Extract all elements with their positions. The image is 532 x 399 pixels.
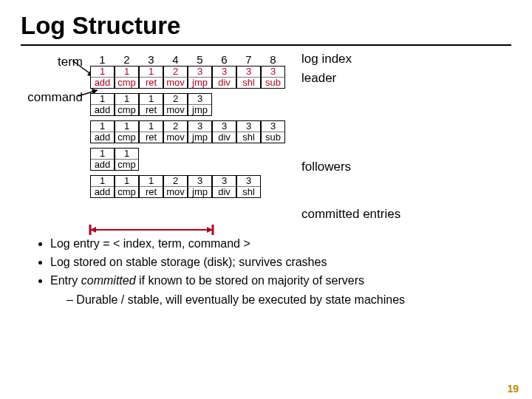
- cell-term: 3: [213, 66, 236, 78]
- cell-term: 1: [140, 176, 163, 187]
- log-cell: 3shl: [236, 175, 261, 198]
- log-cell: 1add: [90, 93, 115, 116]
- cell-term: 1: [140, 121, 163, 132]
- slide-title: Log Structure: [21, 12, 511, 40]
- log-cell: 1cmp: [115, 93, 139, 116]
- cell-term: 1: [91, 66, 114, 78]
- log-cell: 3shl: [236, 120, 261, 143]
- log-cell: 1cmp: [115, 120, 139, 143]
- bullet-2: Log stored on stable storage (disk); sur…: [50, 253, 511, 270]
- cell-term: 3: [213, 176, 236, 187]
- cell-command: mov: [164, 187, 187, 197]
- cell-command: ret: [140, 132, 163, 143]
- log-cell: 3jmp: [188, 93, 212, 116]
- cell-command: add: [91, 78, 114, 88]
- cell-term: 1: [91, 121, 114, 132]
- follower-row: 1add1cmp: [90, 148, 285, 171]
- label-log-index: log index: [301, 52, 400, 66]
- bullet-list: Log entry = < index, term, command > Log…: [21, 235, 511, 308]
- log-cell: 1cmp: [115, 148, 139, 171]
- cell-command: shl: [237, 78, 260, 88]
- cell-command: add: [91, 132, 114, 143]
- cell-command: add: [91, 105, 114, 115]
- log-cell: 2mov: [163, 120, 188, 143]
- log-cell: 1cmp: [115, 66, 139, 89]
- log-cell: 3sub: [261, 66, 285, 89]
- cell-command: ret: [140, 78, 163, 88]
- cell-command: add: [91, 160, 114, 170]
- divider: [21, 44, 511, 46]
- follower-row: 1add1cmp1ret2mov3jmp: [90, 93, 285, 116]
- index-cell: 5: [188, 53, 212, 66]
- index-cell: 7: [236, 53, 261, 66]
- cell-term: 3: [213, 121, 236, 132]
- cell-command: jmp: [188, 105, 211, 115]
- bullet-1: Log entry = < index, term, command >: [50, 235, 511, 252]
- log-cell: 3jmp: [188, 66, 212, 89]
- log-cell: 1ret: [139, 175, 163, 198]
- label-leader: leader: [301, 71, 400, 86]
- cell-term: 1: [91, 94, 114, 105]
- index-cell: 1: [90, 53, 115, 66]
- index-cell: 6: [212, 53, 236, 66]
- index-cell: 8: [261, 53, 285, 66]
- log-cell: 1add: [90, 148, 115, 171]
- follower-row: 1add1cmp1ret2mov3jmp3div3shl: [90, 175, 285, 198]
- log-cell: 3div: [212, 120, 236, 143]
- cell-term: 2: [164, 94, 187, 105]
- cell-command: cmp: [115, 105, 138, 115]
- log-cell: 1ret: [139, 66, 163, 89]
- cell-term: 1: [115, 66, 138, 78]
- log-cell: 3jmp: [188, 175, 212, 198]
- cell-command: cmp: [115, 160, 138, 170]
- cell-term: 3: [188, 121, 211, 132]
- cell-command: cmp: [115, 78, 138, 88]
- cell-term: 1: [115, 149, 138, 160]
- index-row: 12345678: [90, 53, 285, 66]
- cell-term: 3: [188, 66, 211, 78]
- log-cell: 3jmp: [188, 120, 212, 143]
- log-cell: 1ret: [139, 93, 163, 116]
- cell-command: mov: [164, 132, 187, 143]
- index-cell: 3: [139, 53, 163, 66]
- cell-command: jmp: [188, 132, 211, 143]
- follower-row: 1add1cmp1ret2mov3jmp3div3shl3sub: [90, 120, 285, 143]
- cell-command: sub: [262, 78, 284, 88]
- cell-command: jmp: [188, 78, 211, 88]
- log-cell: 1ret: [139, 120, 163, 143]
- log-cell: 3div: [212, 175, 236, 198]
- cell-command: div: [213, 132, 236, 143]
- bullet-3: Entry committed if known to be stored on…: [50, 272, 511, 307]
- cell-term: 3: [262, 121, 284, 132]
- log-cell: 2mov: [163, 93, 188, 116]
- log-cell: 2mov: [163, 175, 188, 198]
- cell-command: ret: [140, 105, 163, 115]
- index-cell: 2: [115, 53, 139, 66]
- log-cell: 1cmp: [115, 175, 139, 198]
- cell-term: 1: [91, 149, 114, 160]
- cell-command: shl: [237, 187, 260, 197]
- cell-command: cmp: [115, 132, 138, 143]
- cell-term: 1: [115, 121, 138, 132]
- bullet-3-sub: Durable / stable, will eventually be exe…: [66, 291, 511, 308]
- log-cell: 3sub: [261, 120, 285, 143]
- log-cell: 1add: [90, 66, 115, 89]
- label-command: command: [27, 90, 83, 105]
- leader-row: 1add1cmp1ret2mov3jmp3div3shl3sub: [90, 66, 285, 89]
- cell-command: ret: [140, 187, 163, 197]
- cell-term: 2: [164, 66, 187, 78]
- word-committed: committed: [81, 274, 136, 287]
- log-diagram: 12345678 1add1cmp1ret2mov3jmp3div3shl3su…: [90, 53, 285, 225]
- log-cell: 3shl: [236, 66, 261, 89]
- committed-indicator: [89, 223, 222, 236]
- cell-term: 3: [188, 176, 211, 187]
- cell-command: mov: [164, 105, 187, 115]
- index-cell: 4: [163, 53, 188, 66]
- label-followers: followers: [301, 160, 400, 174]
- cell-command: sub: [262, 132, 284, 143]
- cell-term: 1: [140, 66, 163, 78]
- cell-term: 1: [115, 176, 138, 187]
- cell-command: shl: [237, 132, 260, 143]
- cell-command: jmp: [188, 187, 211, 197]
- label-committed: committed entries: [301, 207, 400, 222]
